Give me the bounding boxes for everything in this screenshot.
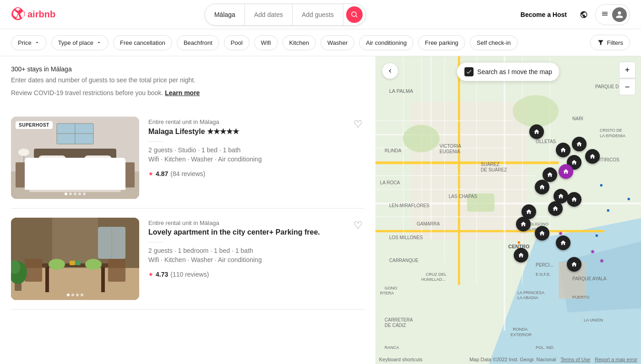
rating-score-2: 4.73 <box>156 271 168 278</box>
search-dates[interactable]: Add dates <box>245 4 293 25</box>
dot-2-3 <box>76 294 79 296</box>
search-location[interactable]: Málaga <box>205 4 245 25</box>
svg-text:CRUZ DEL: CRUZ DEL <box>426 272 446 277</box>
superhost-badge-1: SUPERHOST <box>16 121 53 129</box>
learn-more-link[interactable]: Learn more <box>165 89 200 96</box>
svg-text:RONDA: RONDA <box>513 327 528 332</box>
map-pin-15[interactable] <box>556 236 570 250</box>
dot-3 <box>74 193 76 195</box>
svg-rect-55 <box>444 56 445 262</box>
map-pin-8[interactable] <box>535 180 549 194</box>
svg-rect-45 <box>458 56 460 285</box>
map-pin-14[interactable] <box>535 226 549 241</box>
search-as-move-toggle[interactable]: Search as I move the map <box>457 63 559 81</box>
search-bar: Málaga Add dates Add guests <box>205 4 366 26</box>
rating-reviews-2: (110 reviews) <box>170 271 209 278</box>
listing-image-wrap-1: SUPERHOST <box>11 117 139 199</box>
globe-icon[interactable] <box>576 7 592 22</box>
svg-text:CRISTO DE: CRISTO DE <box>600 128 622 133</box>
map-panel[interactable]: LA PALMA PARQUE DEL SUR OLLETAS NARI RLI… <box>375 56 641 364</box>
svg-rect-3 <box>34 149 116 169</box>
svg-rect-4 <box>29 167 121 192</box>
svg-rect-51 <box>375 189 536 190</box>
svg-text:■: ■ <box>517 240 520 245</box>
map-pin-16[interactable] <box>514 248 528 262</box>
chevron-down-icon-2 <box>96 40 102 45</box>
svg-text:POL. IND.: POL. IND. <box>536 345 554 350</box>
logo[interactable]: airbnb <box>11 7 55 22</box>
svg-rect-26 <box>25 259 42 268</box>
pool-label: Pool <box>231 39 243 46</box>
price-filter[interactable]: Price <box>11 35 47 50</box>
svg-rect-56 <box>476 56 477 285</box>
self-check-in-label: Self check-in <box>477 39 511 46</box>
listing-image-1[interactable] <box>11 117 139 199</box>
svg-rect-5 <box>38 155 66 169</box>
map-pin-3[interactable] <box>572 137 587 151</box>
listing-image-wrap-2 <box>11 218 139 300</box>
svg-text:HUMILLAD...: HUMILLAD... <box>421 277 445 282</box>
svg-rect-43 <box>375 134 536 135</box>
map-pin-17[interactable] <box>567 257 581 272</box>
svg-text:■: ■ <box>600 182 603 187</box>
type-of-place-filter[interactable]: Type of place <box>51 35 109 50</box>
dot-2-1 <box>67 294 70 296</box>
become-host-button[interactable]: Become a Host <box>515 7 572 22</box>
header-right: Become a Host <box>515 4 630 25</box>
svg-text:◉: ◉ <box>591 249 595 254</box>
map-pin-10[interactable] <box>567 192 581 207</box>
svg-text:SUÁREZ: SUÁREZ <box>481 161 500 167</box>
wishlist-button-1[interactable]: ♡ <box>353 118 363 130</box>
listing-title-1[interactable]: Malaga Lifestyle ★★★★★ <box>148 127 364 136</box>
svg-rect-24 <box>101 267 105 292</box>
map-pin-11[interactable] <box>548 201 563 216</box>
zoom-in-button[interactable]: + <box>619 62 636 78</box>
free-cancellation-chip[interactable]: Free cancellation <box>113 35 172 50</box>
dot-2 <box>69 193 72 195</box>
air-conditioning-chip[interactable]: Air conditioning <box>359 35 413 50</box>
svg-text:CARRETERA: CARRETERA <box>385 317 413 322</box>
report-link[interactable]: Report a map error <box>595 357 637 362</box>
beachfront-chip[interactable]: Beachfront <box>177 35 219 50</box>
svg-text:PARQUE AYALA: PARQUE AYALA <box>572 276 607 281</box>
filters-button[interactable]: Filters <box>590 35 630 50</box>
guests-text: Add guests <box>302 11 334 18</box>
free-parking-chip[interactable]: Free parking <box>418 35 465 50</box>
svg-rect-7 <box>32 167 119 183</box>
search-button[interactable] <box>346 6 363 23</box>
listing-info-1: Entire rental unit in Málaga Malaga Life… <box>148 117 364 199</box>
svg-rect-25 <box>25 266 42 282</box>
wishlist-button-2[interactable]: ♡ <box>353 219 363 231</box>
svg-text:LA ROCA: LA ROCA <box>380 180 400 185</box>
dates-text: Add dates <box>254 11 283 18</box>
map-collapse-button[interactable] <box>382 63 398 79</box>
kitchen-chip[interactable]: Kitchen <box>282 35 316 50</box>
listing-image-2[interactable] <box>11 218 139 300</box>
map-pin-1[interactable] <box>529 124 544 139</box>
wifi-chip[interactable]: Wifi <box>254 35 278 50</box>
self-check-in-chip[interactable]: Self check-in <box>470 35 517 50</box>
listing-card-2: Entire rental unit in Málaga Lovely apar… <box>11 209 364 310</box>
star-icon-2: ★ <box>148 271 153 278</box>
listing-meta-1: 2 guests · Studio · 1 bed · 1 bath <box>148 146 364 154</box>
listing-type-2: Entire rental unit in Málaga <box>148 219 364 226</box>
map-pin-4[interactable] <box>585 149 600 164</box>
terms-link[interactable]: Terms of Use <box>560 357 590 362</box>
rating-score-1: 4.87 <box>156 170 168 177</box>
svg-text:■: ■ <box>595 233 598 238</box>
svg-text:OLLETAS: OLLETAS <box>536 139 556 144</box>
pool-chip[interactable]: Pool <box>224 35 250 50</box>
washer-chip[interactable]: Washer <box>320 35 354 50</box>
listing-title-2[interactable]: Lovely apartment in the city center+ Par… <box>148 228 364 236</box>
image-dots-1 <box>65 193 86 195</box>
airbnb-logo-icon <box>11 7 25 22</box>
dot-2-4 <box>81 294 83 296</box>
keyboard-shortcuts-link[interactable]: Keyboard shortcuts <box>379 357 423 362</box>
search-guests[interactable]: Add guests <box>293 4 343 25</box>
svg-point-30 <box>85 259 102 270</box>
user-menu[interactable] <box>595 4 630 25</box>
map-footer: Keyboard shortcuts Map Data ©2022 Inst. … <box>375 357 641 362</box>
zoom-out-button[interactable]: − <box>619 79 636 95</box>
svg-text:LA ABADIA: LA ABADIA <box>517 295 538 300</box>
svg-text:LA UNIÓN: LA UNIÓN <box>584 318 603 322</box>
